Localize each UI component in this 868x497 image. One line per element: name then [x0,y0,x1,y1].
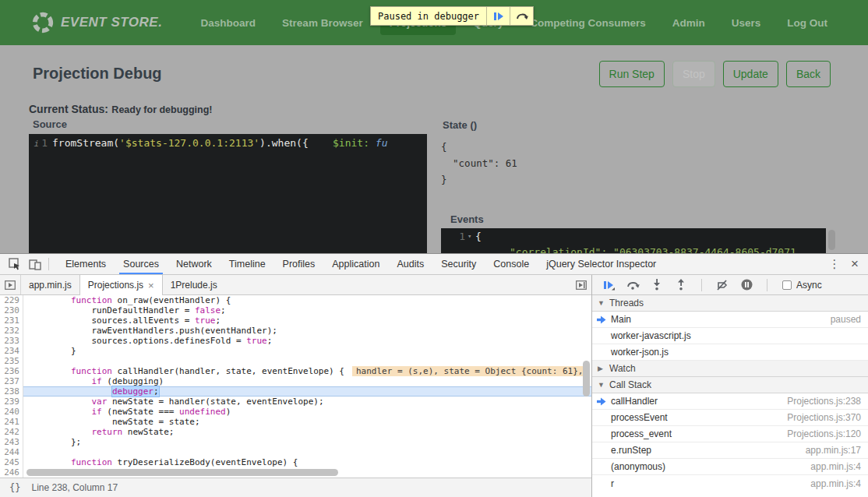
resume-button[interactable] [602,278,616,292]
stack-frame-e-runstep[interactable]: e.runStepapp.min.js:17 [592,442,868,459]
thread-label: worker-javascript.js [611,330,691,341]
file-tab-label: 1Prelude.js [171,280,217,291]
vertical-scrollbar[interactable] [583,361,590,397]
code-line-242: 242 return newState; [0,427,591,437]
chevron-down-icon: ▼ [598,381,605,389]
line-number: 236 [0,366,23,376]
devtools-close-button[interactable]: × [846,256,863,272]
code-text: } [23,346,76,356]
devtools-tab-sources[interactable]: Sources [115,254,168,274]
nav-item-stream-browser[interactable]: Stream Browser [273,11,372,35]
devtools-tab-network[interactable]: Network [168,254,221,274]
code-editor[interactable]: 229 function on_raw(eventHandler) {230 r… [0,295,591,478]
line-number: 245 [0,457,23,467]
code-text: }; [23,437,81,447]
async-checkbox[interactable] [782,280,792,290]
step-over-button[interactable] [626,278,640,292]
code-line-231: 231 sources.allEvents = true; [0,315,591,326]
step-over-button[interactable] [510,7,533,25]
show-navigator-button[interactable] [0,275,21,294]
horizontal-scrollbar[interactable] [26,469,338,476]
stack-frame-callhandler[interactable]: callHandlerProjections.js:238 [592,393,868,410]
code-text [23,356,30,366]
nav-item-log-out[interactable]: Log Out [778,11,837,35]
call-stack-section-header[interactable]: ▼ Call Stack [592,377,868,393]
line-number: 231 [0,315,23,326]
devtools-tab-profiles[interactable]: Profiles [274,254,324,274]
devtools-tab-audits[interactable]: Audits [388,254,432,274]
brand[interactable]: EVENT STORE. [31,11,162,34]
sources-pane: app.min.jsProjections.js×1Prelude.js 229… [0,275,592,497]
device-toolbar-button[interactable] [25,256,45,273]
stack-frame--anonymous-[interactable]: (anonymous)app.min.js:4 [592,459,868,475]
line-number: 242 [0,427,23,437]
stack-frame-processevent[interactable]: processEventProjections.js:370 [592,410,868,426]
code-line-229: 229 function on_raw(eventHandler) { [0,295,591,305]
file-tab-1prelude-js[interactable]: 1Prelude.js [163,275,225,294]
events-code: { [475,231,482,242]
frame-location: Projections.js:238 [787,396,868,407]
events-line-1: 1 ▾ { [441,228,826,244]
deactivate-breakpoints-icon [716,280,729,291]
stack-frame-r[interactable]: rapp.min.js:4 [592,475,868,492]
code-text: function tryDeserializeBody(eventEnvelop… [23,457,298,467]
frame-function: r [611,478,614,489]
chevron-down-icon: ▼ [598,299,605,307]
step-into-button[interactable] [650,278,664,292]
resume-script-button[interactable] [486,7,510,25]
code-line-235: 235 [0,356,591,366]
state-json: { "count": 61 } [441,139,517,188]
current-position-arrow-icon [597,397,606,406]
thread-row-worker-javascript-js[interactable]: worker-javascript.js [592,328,868,344]
info-icon: i [34,139,40,149]
devtools-tab-jquery-selector-inspector[interactable]: jQuery Selector Inspector [538,254,665,274]
file-tab-projections-js[interactable]: Projections.js× [79,275,163,295]
pretty-print-button[interactable]: {} [9,482,20,493]
nav-item-competing-consumers[interactable]: Competing Consumers [520,11,655,35]
code-text: function callHandler(handler, state, eve… [23,366,587,376]
file-tab-app-min-js[interactable]: app.min.js [21,275,79,294]
events-code-2: "correlationId": "06303703-8837-4464-860… [475,246,796,254]
step-out-icon [676,279,686,291]
nav-item-admin[interactable]: Admin [663,11,715,35]
thread-row-worker-json-js[interactable]: worker-json.js [592,344,868,361]
source-code: fromStream('$stats-127.0.0.1:2113').when… [52,137,388,149]
back-button[interactable]: Back [786,61,831,87]
run-step-button[interactable]: Run Step [599,61,665,87]
events-scrollbar[interactable] [828,230,835,250]
code-text: rawEventHandlers.push(eventHandler); [23,326,277,336]
code-line-236: 236 function callHandler(handler, state,… [0,366,591,376]
devtools-tab-security[interactable]: Security [432,254,485,274]
line-number: 240 [0,407,23,417]
editor-status-bar: {} Line 238, Column 17 [0,478,591,497]
panel-toggle-icon[interactable] [576,280,587,290]
watch-section-header[interactable]: ▶ Watch [592,361,868,377]
source-editor[interactable]: i1 fromStream('$stats-127.0.0.1:2113').w… [29,134,427,253]
events-editor[interactable]: 1 ▾ { "correlationId": "06303703-8837-44… [441,228,826,253]
devtools-menu-button[interactable]: ⋮ [826,257,843,271]
deactivate-breakpoints-button[interactable] [715,278,729,292]
stack-frame-process-event[interactable]: process_eventProjections.js:120 [592,426,868,442]
code-line-232: 232 rawEventHandlers.push(eventHandler); [0,326,591,336]
status-value: Ready for debugging! [111,104,212,115]
inspect-element-button[interactable] [5,256,25,273]
pause-on-exceptions-icon [741,279,753,291]
fold-arrow-icon[interactable]: ▾ [468,232,475,240]
step-out-button[interactable] [674,278,688,292]
threads-section-header[interactable]: ▼ Threads [592,295,868,312]
nav-item-dashboard[interactable]: Dashboard [192,11,266,35]
update-button[interactable]: Update [723,61,778,87]
line-number: 234 [0,346,23,356]
navigator-toggle-icon [5,280,16,290]
pause-on-exceptions-button[interactable] [739,278,753,292]
devtools-panel: ElementsSourcesNetworkTimelineProfilesAp… [0,253,868,497]
thread-row-main[interactable]: Mainpaused [592,312,868,328]
events-heading: Events [450,213,484,225]
devtools-tab-timeline[interactable]: Timeline [221,254,274,274]
devtools-tab-console[interactable]: Console [485,254,538,274]
current-position-arrow [597,315,606,326]
nav-item-users[interactable]: Users [722,11,771,35]
close-icon[interactable]: × [148,280,154,291]
devtools-tab-application[interactable]: Application [323,254,388,274]
devtools-tab-elements[interactable]: Elements [57,254,115,274]
